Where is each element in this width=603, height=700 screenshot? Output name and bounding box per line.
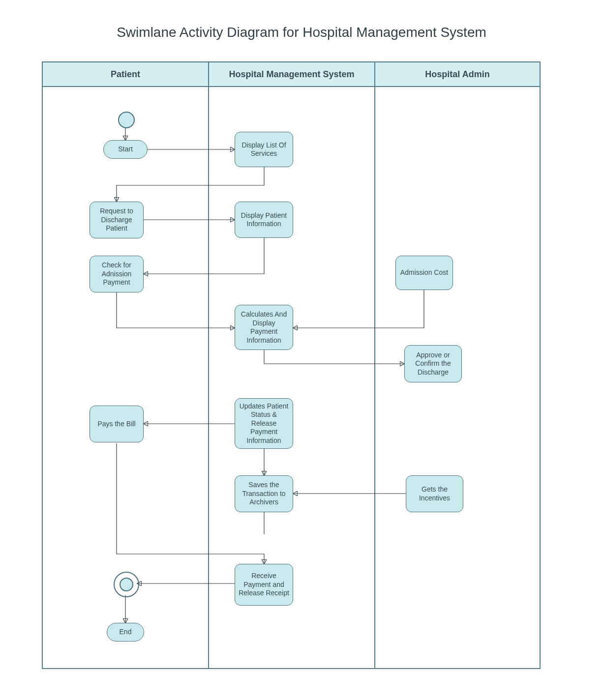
update-status-node: Updates Patient Status & Release Payment… <box>235 398 293 449</box>
approve-discharge-node: Approve or Confirm the Discharge <box>404 345 462 382</box>
gets-incentives-node: Gets the Incentives <box>406 475 463 512</box>
lane-divider-2 <box>374 86 375 668</box>
calc-payment-node: Calculates And Display Payment Informati… <box>235 305 293 350</box>
lane-divider-1 <box>208 86 209 668</box>
lane-header-admin: Hospital Admin <box>375 62 540 87</box>
receive-payment-node: Receive Payment and Release Receipt <box>235 564 293 606</box>
start-node: Start <box>103 140 148 159</box>
request-discharge-node: Request to Discharge Patient <box>90 202 144 238</box>
display-patient-info-node: Display Patient Information <box>235 202 293 238</box>
pays-bill-node: Pays the Bill <box>90 406 144 442</box>
display-services-node: Display List Of Services <box>235 132 293 167</box>
diagram-page: Swimlane Activity Diagram for Hospital M… <box>0 0 603 700</box>
end-node: End <box>107 623 144 642</box>
diagram-title: Swimlane Activity Diagram for Hospital M… <box>0 25 603 40</box>
saves-transaction-node: Saves the Transaction to Archivers <box>235 475 293 512</box>
swimlane-table: Patient Hospital Management System Hospi… <box>42 61 541 669</box>
lane-header-patient: Patient <box>43 62 209 87</box>
admission-cost-node: Admission Cost <box>395 256 453 290</box>
initial-node-icon <box>118 112 135 128</box>
lane-header-hms: Hospital Management System <box>209 62 375 87</box>
final-node-inner-icon <box>120 578 133 591</box>
check-admission-payment-node: Check for Adnission Payment <box>90 256 144 292</box>
